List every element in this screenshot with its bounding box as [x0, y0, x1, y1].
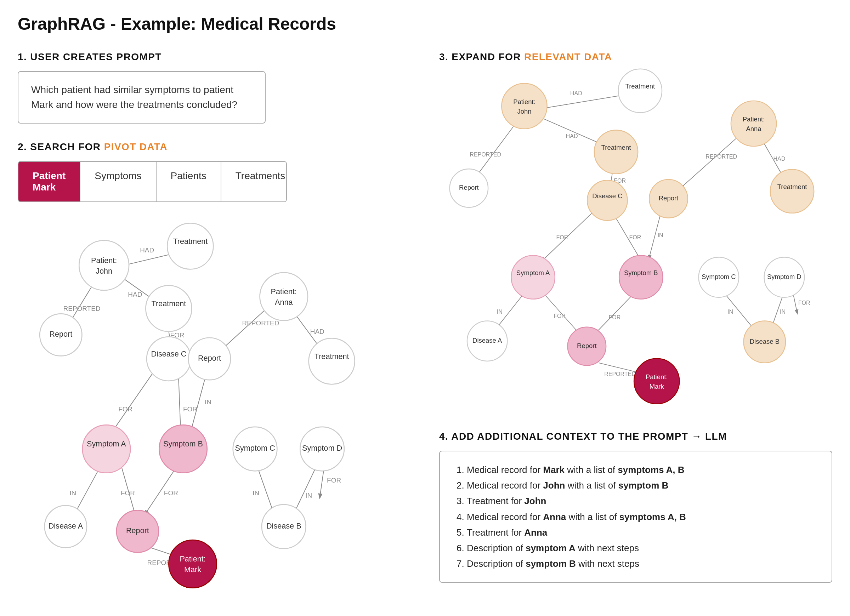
- svg-text:Symptom C: Symptom C: [702, 273, 736, 280]
- svg-text:IN: IN: [69, 489, 76, 497]
- page-title: GraphRAG - Example: Medical Records: [18, 14, 832, 34]
- svg-text:REPORTED: REPORTED: [242, 319, 280, 327]
- svg-text:FOR: FOR: [183, 405, 197, 413]
- svg-text:Report: Report: [459, 184, 479, 191]
- context-item-6: Description of symptom A with next steps: [467, 540, 817, 556]
- svg-text:IN: IN: [780, 308, 786, 315]
- svg-text:Disease A: Disease A: [473, 337, 502, 344]
- section3: 3. EXPAND FOR RELEVANT DATA HAD: [439, 51, 832, 413]
- svg-text:Disease C: Disease C: [592, 192, 622, 200]
- svg-text:REPORTED: REPORTED: [705, 153, 737, 160]
- svg-line-67: [535, 95, 623, 110]
- context-item-7: Description of symptom B with next steps: [467, 556, 817, 571]
- svg-text:HAD: HAD: [774, 155, 786, 162]
- svg-text:Report: Report: [659, 194, 679, 202]
- svg-text:IN: IN: [658, 232, 663, 238]
- context-item-1: Medical record for Mark with a list of s…: [467, 462, 817, 478]
- context-item-5: Treatment for Anna: [467, 525, 817, 540]
- svg-text:REPORTED: REPORTED: [63, 305, 100, 312]
- svg-text:Mark: Mark: [184, 565, 201, 574]
- svg-point-50: [82, 425, 130, 472]
- section2: 2. SEARCH FOR PIVOT DATA Patient Mark Sy…: [18, 141, 411, 202]
- svg-text:REPORTED: REPORTED: [470, 151, 501, 157]
- svg-point-37: [145, 286, 192, 331]
- svg-point-48: [309, 338, 355, 384]
- svg-line-26: [293, 464, 317, 514]
- section4-title: 4. ADD ADDITIONAL CONTEXT TO THE PROMPT …: [439, 431, 832, 442]
- pill-patients[interactable]: Patients: [157, 162, 221, 202]
- svg-point-131: [634, 359, 679, 404]
- svg-line-75: [679, 135, 741, 189]
- section2-title: 2. SEARCH FOR PIVOT DATA: [18, 141, 411, 153]
- svg-text:Disease A: Disease A: [48, 522, 83, 530]
- svg-text:Report: Report: [49, 330, 72, 338]
- svg-line-89: [793, 293, 797, 314]
- svg-text:HAD: HAD: [140, 247, 154, 254]
- search-pills: Patient Mark Symptoms Patients Treatment…: [18, 161, 287, 202]
- svg-text:Anna: Anna: [275, 298, 293, 307]
- svg-text:Report: Report: [126, 526, 149, 535]
- svg-text:Symptom A: Symptom A: [516, 269, 550, 277]
- svg-text:REPORTED: REPORTED: [604, 371, 636, 377]
- svg-line-10: [178, 371, 181, 433]
- svg-point-52: [159, 425, 207, 472]
- context-item-4: Medical record for Anna with a list of s…: [467, 509, 817, 525]
- svg-text:Patient:: Patient:: [513, 98, 536, 106]
- section4: 4. ADD ADDITIONAL CONTEXT TO THE PROMPT …: [439, 431, 832, 583]
- svg-text:FOR: FOR: [118, 405, 132, 413]
- svg-text:IN: IN: [205, 398, 211, 406]
- svg-text:Patient:: Patient:: [271, 287, 297, 296]
- svg-point-34: [79, 241, 129, 290]
- svg-text:John: John: [517, 108, 531, 115]
- svg-text:Treatment: Treatment: [602, 144, 631, 151]
- context-list: Medical record for Mark with a list of s…: [454, 462, 817, 571]
- svg-text:HAD: HAD: [570, 90, 582, 96]
- pill-patient-mark[interactable]: Patient Mark: [18, 162, 81, 202]
- svg-point-44: [147, 337, 191, 381]
- svg-text:Symptom A: Symptom A: [87, 440, 126, 448]
- svg-text:Disease C: Disease C: [151, 350, 186, 358]
- pill-treatments[interactable]: Treatments: [221, 162, 287, 202]
- svg-text:FOR: FOR: [557, 234, 569, 241]
- graph-left: HAD HAD REPORTED FOR FOR FOR: [18, 220, 411, 595]
- svg-point-111: [587, 180, 627, 220]
- svg-text:Anna: Anna: [746, 125, 762, 132]
- svg-point-106: [731, 101, 776, 146]
- graph-right: HAD HAD REPORTED FOR REPORTED HAD: [439, 71, 832, 413]
- svg-text:Symptom D: Symptom D: [302, 444, 342, 452]
- svg-text:FOR: FOR: [327, 477, 341, 484]
- svg-text:FOR: FOR: [609, 314, 621, 320]
- svg-text:Patient:: Patient:: [743, 115, 765, 123]
- svg-text:HAD: HAD: [128, 291, 142, 298]
- svg-text:John: John: [96, 266, 112, 275]
- section3-title: 3. EXPAND FOR RELEVANT DATA: [439, 51, 832, 63]
- pill-symptoms[interactable]: Symptoms: [81, 162, 156, 202]
- svg-text:Symptom B: Symptom B: [624, 269, 658, 277]
- context-item-2: Medical record for John with a list of s…: [467, 478, 817, 493]
- section1-title: 1. USER CREATES PROMPT: [18, 51, 411, 63]
- context-box: Medical record for Mark with a list of s…: [439, 451, 832, 583]
- svg-text:Treatment: Treatment: [173, 237, 208, 246]
- svg-text:Disease B: Disease B: [266, 522, 301, 530]
- svg-text:FOR: FOR: [629, 234, 641, 241]
- svg-text:Treatment: Treatment: [151, 299, 186, 308]
- context-item-3: Treatment for John: [467, 493, 817, 509]
- svg-text:FOR: FOR: [121, 489, 135, 497]
- svg-point-117: [512, 255, 555, 299]
- graph-left-svg: HAD HAD REPORTED FOR FOR FOR: [18, 220, 411, 594]
- svg-text:IN: IN: [305, 492, 312, 499]
- svg-text:Symptom C: Symptom C: [235, 444, 275, 452]
- svg-text:Mark: Mark: [649, 383, 664, 390]
- svg-line-8: [111, 371, 154, 433]
- svg-line-95: [596, 294, 634, 333]
- svg-text:IN: IN: [497, 308, 503, 315]
- svg-text:FOR: FOR: [554, 312, 566, 319]
- svg-text:Patient:: Patient:: [91, 256, 117, 265]
- svg-text:Patient:: Patient:: [180, 555, 205, 563]
- svg-point-32: [167, 223, 213, 269]
- graph-right-svg: HAD HAD REPORTED FOR REPORTED HAD: [439, 71, 832, 412]
- svg-text:IN: IN: [253, 489, 259, 497]
- svg-point-64: [169, 540, 216, 588]
- svg-text:Treatment: Treatment: [626, 82, 655, 90]
- svg-text:Report: Report: [198, 354, 221, 363]
